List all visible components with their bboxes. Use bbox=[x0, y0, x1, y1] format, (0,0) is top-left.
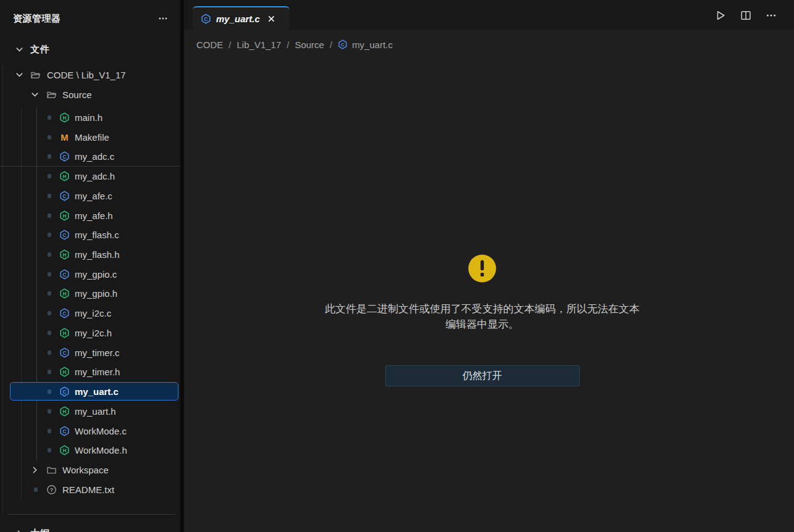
file-name: main.h bbox=[75, 112, 102, 123]
tree-item[interactable]: C my_flash.c bbox=[0, 225, 180, 244]
file-name: my_timer.h bbox=[75, 367, 120, 377]
breadcrumb-item[interactable]: CODE bbox=[196, 39, 223, 50]
breadcrumb-item[interactable]: Lib_V1_17 bbox=[237, 39, 282, 50]
breadcrumb-separator: / bbox=[286, 39, 289, 50]
chevron-right-icon[interactable] bbox=[30, 465, 40, 475]
files-section-header[interactable]: 文件 bbox=[0, 39, 180, 59]
tree-item[interactable]: H WorkMode.h bbox=[0, 440, 180, 460]
h-file-icon: H bbox=[59, 288, 70, 299]
svg-text:H: H bbox=[62, 212, 66, 218]
h-file-icon: H bbox=[59, 406, 70, 417]
breadcrumb-separator: / bbox=[228, 39, 231, 50]
modified-dot bbox=[48, 389, 51, 394]
file-name: my_gpio.h bbox=[75, 288, 117, 299]
modified-dot bbox=[48, 233, 51, 237]
svg-text:C: C bbox=[62, 349, 66, 355]
tree-item[interactable]: C my_adc.c bbox=[0, 146, 180, 166]
modified-dot bbox=[48, 429, 51, 433]
tree-item[interactable]: C my_gpio.c bbox=[0, 264, 180, 284]
file-name: my_uart.h bbox=[75, 406, 116, 417]
tree-item[interactable]: C my_i2c.c bbox=[0, 303, 180, 323]
tree-item[interactable]: Workspace bbox=[0, 460, 180, 480]
tree-item[interactable]: H main.h bbox=[0, 107, 180, 127]
tree-item[interactable]: C my_afe.c bbox=[0, 186, 180, 206]
modified-dot bbox=[48, 252, 51, 257]
svg-text:C: C bbox=[62, 271, 66, 277]
breadcrumb-separator: / bbox=[330, 39, 332, 50]
file-name: my_afe.c bbox=[75, 191, 112, 201]
tree-item[interactable]: H my_adc.h bbox=[0, 166, 180, 186]
tree-item[interactable]: CODE \ Lib_V1_17 bbox=[0, 65, 180, 85]
run-button[interactable] bbox=[714, 9, 727, 22]
sidebar-more-actions-button[interactable] bbox=[154, 11, 172, 26]
modified-dot bbox=[48, 370, 51, 374]
h-file-icon: H bbox=[59, 328, 70, 338]
c-file-icon: C bbox=[59, 426, 70, 436]
tree-item[interactable]: H my_timer.h bbox=[0, 362, 180, 381]
tree-item[interactable]: H my_uart.h bbox=[0, 401, 180, 421]
warning-message-line1: 此文件是二进制文件或使用了不受支持的文本编码，所以无法在文本 bbox=[325, 301, 640, 317]
c-file-icon: C bbox=[59, 230, 70, 240]
tree-item[interactable]: ? README.txt bbox=[0, 480, 180, 499]
modified-dot bbox=[48, 351, 51, 355]
split-editor-button[interactable] bbox=[739, 9, 753, 22]
breadcrumb-item[interactable]: Source bbox=[295, 39, 324, 50]
breadcrumb-item[interactable]: Cmy_uart.c bbox=[338, 39, 393, 50]
file-name: my_timer.c bbox=[75, 347, 120, 358]
more-actions-button[interactable] bbox=[764, 9, 778, 22]
svg-text:H: H bbox=[62, 408, 66, 414]
tree-item[interactable]: H my_afe.h bbox=[0, 206, 180, 225]
tree-item[interactable]: H my_flash.h bbox=[0, 244, 180, 264]
c-file-icon: C bbox=[338, 39, 348, 49]
breadcrumb: CODE/Lib_V1_17/Source/Cmy_uart.c bbox=[184, 30, 794, 59]
tree-item[interactable]: C my_timer.c bbox=[0, 343, 180, 362]
tree-item[interactable]: M Makefile bbox=[0, 127, 180, 147]
tree-item[interactable]: Source bbox=[0, 85, 180, 104]
svg-text:H: H bbox=[62, 447, 66, 453]
h-file-icon: H bbox=[59, 112, 70, 123]
tree-item[interactable]: H my_i2c.h bbox=[0, 323, 180, 343]
chevron-down-icon[interactable] bbox=[30, 90, 40, 99]
svg-text:C: C bbox=[62, 231, 66, 238]
breadcrumb-label: my_uart.c bbox=[352, 39, 393, 50]
c-file-icon: C bbox=[59, 269, 70, 280]
tree-item[interactable]: C WorkMode.c bbox=[0, 421, 180, 441]
section-divider bbox=[7, 514, 175, 515]
chevron-down-icon bbox=[15, 45, 24, 54]
modified-dot bbox=[48, 331, 51, 335]
sidebar-title: 资源管理器 bbox=[13, 13, 61, 25]
outline-section-header[interactable]: 大纲 bbox=[0, 523, 180, 532]
modified-dot bbox=[48, 115, 51, 120]
modified-dot bbox=[48, 154, 51, 159]
files-section-label: 文件 bbox=[30, 44, 50, 56]
chevron-down-icon[interactable] bbox=[15, 70, 24, 80]
breadcrumb-label: Source bbox=[295, 39, 324, 50]
c-file-icon: C bbox=[59, 151, 70, 162]
makefile-icon: M bbox=[59, 132, 70, 143]
vscode-window: 资源管理器 文件 CODE \ Lib_V1_17 Source bbox=[0, 0, 794, 532]
h-file-icon: H bbox=[59, 171, 70, 181]
tree-item[interactable]: H my_gpio.h bbox=[0, 283, 180, 303]
svg-text:H: H bbox=[62, 251, 66, 257]
modified-dot bbox=[48, 214, 51, 218]
file-name: CODE \ Lib_V1_17 bbox=[47, 70, 126, 80]
svg-text:C: C bbox=[341, 42, 345, 48]
tab-my-uart-c[interactable]: C my_uart.c bbox=[193, 6, 290, 30]
editor-body: 此文件是二进制文件或使用了不受支持的文本编码，所以无法在文本 编辑器中显示。 仍… bbox=[184, 59, 794, 532]
split-editor-icon bbox=[740, 10, 751, 21]
close-icon[interactable] bbox=[267, 15, 275, 23]
file-name: my_i2c.h bbox=[75, 328, 112, 338]
h-file-icon: H bbox=[59, 367, 70, 377]
file-name: Makefile bbox=[75, 132, 109, 143]
folder-open-icon bbox=[30, 70, 41, 80]
c-file-icon: C bbox=[59, 386, 70, 397]
modified-dot bbox=[48, 135, 51, 139]
modified-dot bbox=[48, 311, 51, 315]
folder-icon bbox=[46, 465, 57, 475]
file-name: my_uart.c bbox=[75, 386, 119, 397]
tree-item[interactable]: C my_uart.c bbox=[0, 381, 180, 401]
open-anyway-button[interactable]: 仍然打开 bbox=[385, 365, 580, 386]
svg-text:C: C bbox=[62, 310, 66, 316]
c-file-icon: C bbox=[201, 14, 211, 24]
file-name: my_flash.h bbox=[75, 249, 120, 260]
